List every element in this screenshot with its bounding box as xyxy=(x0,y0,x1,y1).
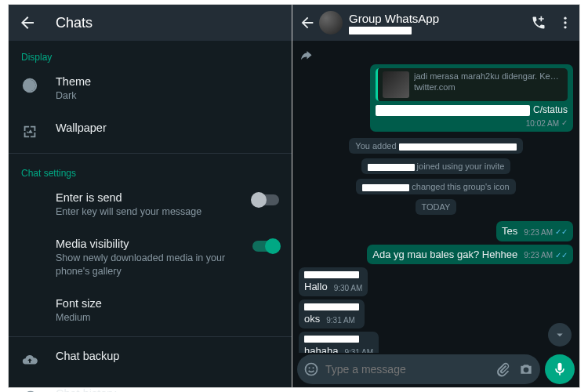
camera-icon[interactable] xyxy=(518,361,534,377)
svg-point-2 xyxy=(564,26,566,28)
scroll-to-bottom-button[interactable] xyxy=(548,323,572,347)
link-url-suffix: C/status xyxy=(533,104,568,116)
chat-backup-label: Chat backup xyxy=(56,350,279,362)
theme-icon xyxy=(21,77,38,94)
message-input[interactable] xyxy=(325,363,488,376)
preview-thumb xyxy=(383,71,409,98)
chat-appbar: Group WhatsApp xyxy=(292,5,579,41)
wallpaper-row[interactable]: Wallpaper xyxy=(9,112,292,150)
add-call-icon[interactable] xyxy=(531,15,546,31)
outgoing-message[interactable]: Tes9:23 AM✓✓ xyxy=(496,221,573,241)
preview-source: twitter.com xyxy=(414,82,563,93)
link-url-redacted xyxy=(376,105,530,116)
settings-title: Chats xyxy=(56,15,93,31)
incoming-message[interactable]: hahaha9:31 AM xyxy=(299,332,379,353)
media-visibility-row[interactable]: Media visibility Show newly downloaded m… xyxy=(9,228,292,288)
message-time: 10:02 AM xyxy=(526,119,559,129)
incoming-message[interactable]: Hallo9:30 AM xyxy=(299,267,368,296)
media-visibility-label: Media visibility xyxy=(56,238,246,250)
divider xyxy=(9,336,292,337)
preview-text: jadi merasa marah2ku didengar. Ke… xyxy=(414,71,563,82)
mic-button[interactable] xyxy=(545,354,575,384)
chats-settings-screen: Chats Display Theme Dark Wallpaper Chat … xyxy=(9,5,292,387)
chat-history-label: Chat history xyxy=(56,387,279,392)
back-arrow-icon[interactable] xyxy=(18,13,37,32)
section-chat-settings: Chat settings xyxy=(9,157,292,182)
svg-point-0 xyxy=(564,17,566,20)
single-check-icon: ✓ xyxy=(561,118,568,129)
mic-icon xyxy=(552,361,568,377)
svg-point-1 xyxy=(564,21,566,24)
theme-value: Dark xyxy=(56,89,279,103)
forward-icon[interactable] xyxy=(299,49,313,63)
system-joined: joined using your invite xyxy=(299,158,573,174)
wallpaper-icon xyxy=(21,123,38,140)
system-added: You added xyxy=(299,138,573,154)
outgoing-message-link[interactable]: jadi merasa marah2ku didengar. Ke… twitt… xyxy=(370,64,573,132)
enter-send-row[interactable]: Enter is send Enter key will send your m… xyxy=(9,182,292,228)
double-check-icon: ✓✓ xyxy=(555,227,568,238)
chat-backup-row[interactable]: Chat backup xyxy=(9,340,292,378)
theme-label: Theme xyxy=(56,75,279,88)
font-size-label: Font size xyxy=(56,297,279,310)
cloud-upload-icon xyxy=(21,351,38,368)
enter-send-label: Enter is send xyxy=(56,191,246,204)
settings-appbar: Chats xyxy=(9,5,292,41)
system-changed-icon: changed this group's icon xyxy=(299,179,573,194)
attach-icon[interactable] xyxy=(495,361,510,377)
group-avatar[interactable] xyxy=(319,11,343,34)
chevron-down-icon xyxy=(553,328,567,342)
theme-row[interactable]: Theme Dark xyxy=(9,66,292,112)
messages-area[interactable]: jadi merasa marah2ku didengar. Ke… twitt… xyxy=(292,41,579,353)
media-visibility-toggle[interactable] xyxy=(252,241,279,252)
enter-send-toggle[interactable] xyxy=(252,194,279,205)
message-input-bar xyxy=(297,354,575,384)
incoming-message[interactable]: oks9:31 AM xyxy=(299,299,365,328)
link-preview: jadi merasa marah2ku didengar. Ke… twitt… xyxy=(376,68,568,101)
outgoing-message[interactable]: Ada yg mau bales gak? Hehhee9:23 AM✓✓ xyxy=(367,245,573,264)
sender-redacted xyxy=(304,271,359,278)
divider xyxy=(9,153,292,154)
font-size-row[interactable]: Font size Medium xyxy=(9,288,292,334)
font-size-value: Medium xyxy=(56,311,279,325)
svg-point-5 xyxy=(313,367,314,368)
group-subtitle-redacted xyxy=(349,27,412,34)
sender-redacted xyxy=(304,303,359,310)
message-field[interactable] xyxy=(297,354,540,384)
chat-history-row[interactable]: Chat history xyxy=(9,378,292,392)
svg-point-3 xyxy=(306,364,318,376)
group-info[interactable]: Group WhatsApp xyxy=(349,12,520,34)
section-display: Display xyxy=(9,41,292,66)
more-menu-icon[interactable] xyxy=(557,15,573,31)
history-icon xyxy=(21,389,38,392)
back-arrow-icon[interactable] xyxy=(299,14,316,31)
wallpaper-label: Wallpaper xyxy=(56,122,279,134)
media-visibility-sub: Show newly downloaded media in your phon… xyxy=(56,252,246,278)
enter-send-sub: Enter key will send your message xyxy=(56,205,246,219)
svg-point-4 xyxy=(309,367,310,368)
sender-redacted xyxy=(304,336,359,343)
emoji-icon[interactable] xyxy=(303,361,319,377)
group-chat-screen: Group WhatsApp jadi merasa marah2ku dide… xyxy=(292,5,579,387)
date-divider: TODAY xyxy=(299,199,573,215)
group-name: Group WhatsApp xyxy=(349,12,520,25)
double-check-icon: ✓✓ xyxy=(555,251,568,261)
screens-container: Chats Display Theme Dark Wallpaper Chat … xyxy=(8,4,580,388)
